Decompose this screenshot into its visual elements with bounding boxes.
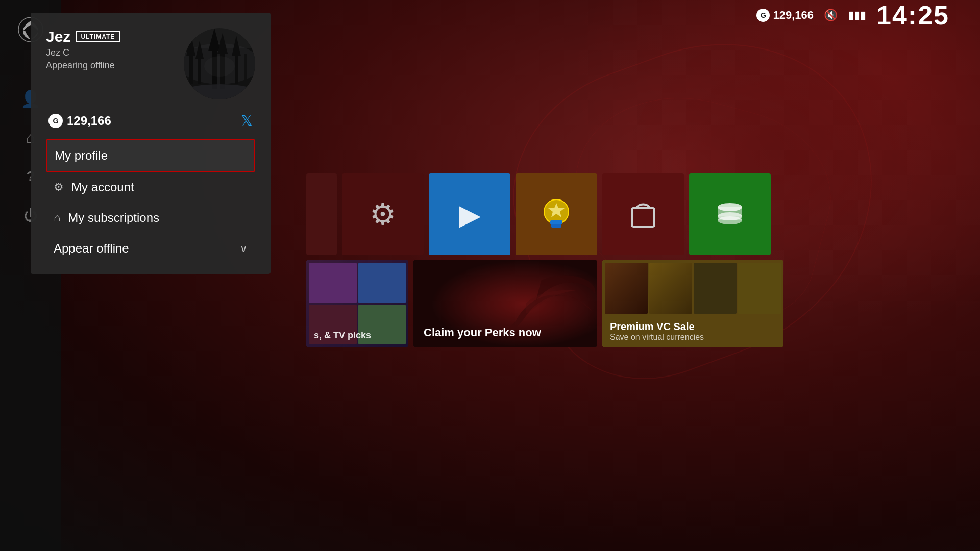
- tile-premium-vc[interactable]: Premium VC Sale Save on virtual currenci…: [602, 260, 783, 347]
- tile-first-partial[interactable]: [306, 173, 337, 255]
- settings-gear-icon: ⚙: [370, 197, 396, 232]
- subscriptions-home-icon: ⌂: [54, 211, 60, 224]
- profile-panel: Jez ULTIMATE Jez C Appearing offline: [31, 13, 271, 274]
- menu-item-my-profile[interactable]: My profile: [46, 139, 255, 172]
- tile-gamepass[interactable]: [689, 173, 771, 255]
- username: Jez: [46, 28, 70, 45]
- tile-store[interactable]: [602, 173, 684, 255]
- tile-perks[interactable]: Claim your Perks now: [413, 260, 597, 347]
- avatar: [184, 28, 255, 99]
- notification-mute-icon[interactable]: 🔇: [824, 9, 838, 22]
- svg-rect-21: [550, 220, 562, 224]
- medal-icon: [536, 194, 577, 235]
- score-twitter-row: G 129,166 𝕏: [46, 112, 255, 129]
- store-bag-icon: [626, 197, 660, 232]
- g-icon: G: [756, 9, 770, 22]
- svg-rect-15: [244, 54, 247, 84]
- menu-item-my-subscriptions[interactable]: ⌂ My subscriptions: [46, 203, 255, 233]
- clock-display: 14:25: [876, 0, 949, 31]
- gamepass-icon: [713, 197, 747, 232]
- premium-vc-title: Premium VC Sale: [610, 321, 704, 333]
- my-account-label: My account: [71, 180, 134, 194]
- tv-picks-label: s, & TV picks: [314, 330, 371, 341]
- gamerscore-display: G 129,166: [756, 9, 814, 22]
- menu-list: My profile ⚙ My account ⌂ My subscriptio…: [46, 139, 255, 264]
- premium-labels: Premium VC Sale Save on virtual currenci…: [610, 321, 704, 342]
- account-gear-icon: ⚙: [54, 181, 64, 194]
- menu-item-appear-offline[interactable]: Appear offline ∨: [46, 233, 255, 264]
- gamerscore-panel: G 129,166: [48, 114, 111, 128]
- topbar-right: G 129,166 🔇 ▮▮▮ 14:25: [756, 0, 949, 31]
- my-profile-label: My profile: [55, 148, 108, 163]
- media-play-icon: ▶: [459, 198, 481, 231]
- svg-point-27: [718, 216, 742, 224]
- svg-point-17: [204, 56, 235, 77]
- gamerscore-panel-value: 129,166: [67, 114, 111, 128]
- appear-offline-label: Appear offline: [54, 241, 129, 256]
- svg-point-16: [184, 84, 255, 99]
- tile-tv-picks[interactable]: s, & TV picks: [306, 260, 408, 347]
- avatar-image: [184, 28, 255, 99]
- menu-item-my-account[interactable]: ⚙ My account: [46, 172, 255, 203]
- tiles-row-1: ⚙ ▶: [306, 173, 949, 255]
- perks-label: Claim your Perks now: [424, 326, 541, 339]
- my-subscriptions-label: My subscriptions: [68, 211, 159, 225]
- ultimate-badge: ULTIMATE: [76, 31, 120, 42]
- premium-vc-subtitle: Save on virtual currencies: [610, 333, 704, 342]
- tile-settings[interactable]: ⚙: [342, 173, 424, 255]
- gamertag-display: Jez C: [46, 47, 174, 58]
- profile-header: Jez ULTIMATE Jez C Appearing offline: [46, 28, 255, 99]
- status-display: Appearing offline: [46, 60, 174, 71]
- chevron-down-icon: ∨: [240, 242, 248, 255]
- tiles-row-2: s, & TV picks: [306, 260, 949, 347]
- battery-icon: ▮▮▮: [848, 9, 866, 22]
- tile-achievements[interactable]: [516, 173, 597, 255]
- username-row: Jez ULTIMATE: [46, 28, 174, 45]
- gamerscore-value: 129,166: [773, 9, 814, 22]
- tile-media[interactable]: ▶: [429, 173, 510, 255]
- svg-rect-22: [632, 208, 654, 227]
- score-g-icon: G: [48, 114, 63, 128]
- twitter-icon[interactable]: 𝕏: [241, 112, 253, 129]
